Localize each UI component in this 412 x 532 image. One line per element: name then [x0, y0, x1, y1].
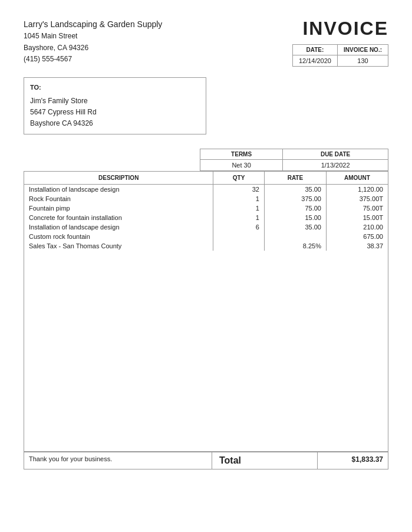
qty-header: QTY	[213, 172, 265, 185]
qty-cell	[213, 232, 265, 241]
table-row: Installation of landscape design 6 35.00…	[24, 222, 388, 232]
amount-cell: 675.00	[326, 232, 388, 241]
desc-cell: Rock Fountain	[24, 194, 213, 203]
due-date-header: DUE DATE	[283, 149, 388, 160]
to-address1: 5647 Cypress Hill Rd	[30, 107, 200, 118]
total-amount-cell: $1,833.37	[318, 452, 388, 469]
table-row: Custom rock fountain 675.00	[24, 232, 388, 241]
rate-cell: 35.00	[264, 222, 326, 232]
rate-cell: 75.00	[264, 203, 326, 213]
invoice-no-value: 130	[337, 55, 388, 67]
date-value: 12/14/2020	[292, 55, 337, 67]
desc-cell: Custom rock fountain	[24, 232, 213, 241]
table-row: Concrete for fountain installation 1 15.…	[24, 213, 388, 222]
terms-section: TERMS DUE DATE Net 30 1/13/2022	[24, 149, 388, 171]
desc-cell: Fountain pimp	[24, 203, 213, 213]
company-name: Larry's Landscaping & Garden Supply	[24, 18, 162, 31]
table-row: Sales Tax - San Thomas County 8.25% 38.3…	[24, 241, 388, 251]
terms-table: TERMS DUE DATE Net 30 1/13/2022	[200, 149, 388, 171]
main-table: DESCRIPTION QTY RATE AMOUNT Installation…	[24, 171, 388, 452]
rate-cell: 375.00	[264, 194, 326, 203]
qty-cell: 32	[213, 185, 265, 195]
terms-header: TERMS	[200, 149, 283, 160]
desc-cell: Concrete for fountain installation	[24, 213, 213, 222]
company-address2: Bayshore, CA 94326	[24, 42, 162, 54]
amount-cell: 1,120.00	[326, 185, 388, 195]
thank-you-cell: Thank you for your business.	[24, 452, 212, 469]
to-label: TO:	[30, 83, 200, 93]
amount-cell: 210.00	[326, 222, 388, 232]
table-row: Fountain pimp 1 75.00 75.00T	[24, 203, 388, 213]
date-header: DATE:	[292, 45, 337, 55]
to-name: Jim's Family Store	[30, 96, 200, 107]
amount-cell: 38.37	[326, 241, 388, 251]
invoice-meta-table: DATE: INVOICE NO.: 12/14/2020 130	[292, 44, 388, 67]
table-row: Rock Fountain 1 375.00 375.00T	[24, 194, 388, 203]
qty-cell: 1	[213, 203, 265, 213]
due-date-value: 1/13/2022	[283, 160, 388, 171]
company-address1: 1045 Main Street	[24, 31, 162, 42]
invoice-no-header: INVOICE NO.:	[337, 45, 388, 55]
total-label-cell: Total	[212, 452, 318, 469]
amount-cell: 15.00T	[326, 213, 388, 222]
rate-cell: 15.00	[264, 213, 326, 222]
table-header-row: DESCRIPTION QTY RATE AMOUNT	[24, 172, 388, 185]
qty-cell: 1	[213, 194, 265, 203]
spacer-row	[24, 251, 388, 451]
header-section: Larry's Landscaping & Garden Supply 1045…	[24, 18, 388, 67]
to-box: TO: Jim's Family Store 5647 Cypress Hill…	[24, 77, 206, 134]
qty-cell: 6	[213, 222, 265, 232]
main-table-wrapper: DESCRIPTION QTY RATE AMOUNT Installation…	[24, 171, 388, 452]
qty-cell: 1	[213, 213, 265, 222]
qty-cell	[213, 241, 265, 251]
desc-cell: Installation of landscape design	[24, 185, 213, 195]
to-address2: Bayshore CA 94326	[30, 118, 200, 129]
rate-header: RATE	[264, 172, 326, 185]
invoice-right: INVOICE DATE: INVOICE NO.: 12/14/2020 13…	[292, 18, 388, 67]
terms-value: Net 30	[200, 160, 283, 171]
amount-header: AMOUNT	[326, 172, 388, 185]
desc-cell: Installation of landscape design	[24, 222, 213, 232]
company-info: Larry's Landscaping & Garden Supply 1045…	[24, 18, 162, 65]
to-section: TO: Jim's Family Store 5647 Cypress Hill…	[24, 77, 388, 134]
rate-cell: 8.25%	[264, 241, 326, 251]
rate-cell	[264, 232, 326, 241]
company-phone: (415) 555-4567	[24, 54, 162, 65]
bottom-section: Thank you for your business. Total $1,83…	[24, 452, 388, 469]
desc-cell: Sales Tax - San Thomas County	[24, 241, 213, 251]
table-row: Installation of landscape design 32 35.0…	[24, 185, 388, 195]
invoice-title: INVOICE	[292, 18, 388, 40]
amount-cell: 375.00T	[326, 194, 388, 203]
amount-cell: 75.00T	[326, 203, 388, 213]
rate-cell: 35.00	[264, 185, 326, 195]
description-header: DESCRIPTION	[24, 172, 213, 185]
